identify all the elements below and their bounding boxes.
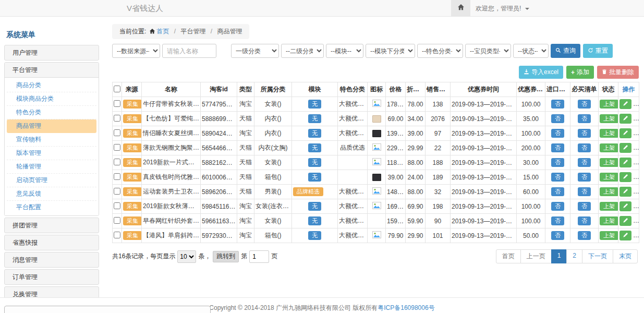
row-checkbox[interactable]: [114, 115, 120, 122]
module-badge[interactable]: 无: [308, 143, 321, 152]
page-size-select[interactable]: 10: [177, 250, 196, 263]
sidebar-sub-item[interactable]: 商品分类: [7, 79, 96, 92]
must-buy-toggle[interactable]: 否: [578, 100, 591, 109]
page-button[interactable]: 2: [566, 249, 582, 263]
edit-button[interactable]: [619, 99, 631, 109]
module-badge[interactable]: 无: [308, 202, 321, 211]
item-type-select[interactable]: --宝贝类型--: [465, 44, 511, 58]
status-select[interactable]: --状态--: [513, 44, 549, 58]
sidebar-item-user-management[interactable]: 用户管理: [4, 45, 99, 61]
status-badge[interactable]: 上架: [600, 114, 618, 123]
status-badge[interactable]: 上架: [600, 187, 618, 196]
edit-button[interactable]: [619, 231, 631, 240]
row-checkbox[interactable]: [114, 202, 120, 209]
search-button[interactable]: 查询: [551, 44, 580, 58]
module-badge[interactable]: 无: [308, 173, 321, 182]
row-checkbox[interactable]: [114, 144, 120, 151]
import-select-toggle[interactable]: 否: [551, 173, 564, 182]
reset-button[interactable]: 重置: [583, 44, 613, 58]
sidebar-sub-item[interactable]: 平台配置: [7, 201, 96, 214]
module-badge[interactable]: 无: [308, 114, 321, 123]
must-buy-toggle[interactable]: 否: [578, 114, 591, 123]
row-checkbox[interactable]: [114, 173, 120, 180]
import-select-toggle[interactable]: 否: [551, 114, 564, 123]
page-button[interactable]: 下一页: [582, 249, 613, 263]
jump-button[interactable]: 跳转到: [213, 251, 239, 262]
status-badge[interactable]: 上架: [600, 100, 618, 109]
sidebar-sub-item[interactable]: 启动页管理: [7, 174, 96, 187]
import-select-toggle[interactable]: 否: [551, 187, 564, 196]
level1-category-select[interactable]: 一级分类: [231, 44, 279, 58]
sidebar-sub-item[interactable]: 商品管理: [7, 119, 96, 133]
import-select-toggle[interactable]: 否: [551, 100, 564, 109]
sidebar-sub-item[interactable]: 特色分类: [7, 106, 96, 119]
must-buy-toggle[interactable]: 否: [578, 158, 591, 167]
page-button[interactable]: 首页: [496, 249, 521, 263]
edit-button[interactable]: [619, 172, 631, 182]
module-subcategory-select[interactable]: --模块下分类--: [366, 44, 415, 58]
must-buy-toggle[interactable]: 否: [578, 143, 591, 152]
sidebar-sub-item[interactable]: 模块商品分类: [7, 92, 96, 106]
sidebar-item[interactable]: 省惠快报: [4, 235, 99, 250]
sidebar-item[interactable]: 拼团管理: [4, 218, 99, 233]
module-badge[interactable]: 无: [308, 158, 321, 167]
user-menu[interactable]: 欢迎您，管理员!: [476, 0, 529, 17]
sidebar-sub-item[interactable]: 轮播管理: [7, 160, 96, 174]
sidebar-sub-item[interactable]: 意见反馈: [7, 187, 96, 201]
edit-button[interactable]: [619, 114, 631, 124]
icp-link[interactable]: 粤ICP备16098006号: [378, 304, 434, 311]
data-source-select[interactable]: --数据来源--: [112, 44, 160, 58]
sidebar-sub-item[interactable]: 宣传物料: [7, 133, 96, 147]
edit-button[interactable]: [619, 158, 631, 167]
sidebar-item[interactable]: 消息管理: [4, 252, 99, 268]
page-button[interactable]: 上一页: [520, 249, 552, 263]
row-checkbox[interactable]: [114, 217, 120, 224]
status-badge[interactable]: 上架: [600, 129, 618, 138]
import-excel-button[interactable]: 导入excel: [519, 66, 563, 79]
edit-button[interactable]: [619, 201, 631, 211]
import-select-toggle[interactable]: 否: [551, 216, 564, 225]
page-button[interactable]: 1: [551, 249, 567, 263]
import-select-toggle[interactable]: 否: [551, 231, 564, 240]
must-buy-toggle[interactable]: 否: [578, 231, 591, 240]
name-search-input[interactable]: [162, 44, 216, 58]
edit-button[interactable]: [619, 128, 631, 138]
row-checkbox[interactable]: [114, 100, 120, 107]
sidebar-item[interactable]: 订单管理: [4, 269, 99, 285]
edit-button[interactable]: [619, 216, 631, 226]
must-buy-toggle[interactable]: 否: [578, 173, 591, 182]
status-badge[interactable]: 上架: [600, 231, 618, 240]
batch-delete-button[interactable]: 批量删除: [597, 66, 639, 79]
add-button[interactable]: + 添加: [566, 66, 594, 79]
import-select-toggle[interactable]: 否: [551, 129, 564, 138]
module-badge[interactable]: 无: [308, 129, 321, 138]
must-buy-toggle[interactable]: 否: [578, 129, 591, 138]
jump-page-input[interactable]: [249, 250, 269, 263]
module-badge[interactable]: 无: [308, 231, 321, 240]
import-select-toggle[interactable]: 否: [551, 143, 564, 152]
breadcrumb-home-link[interactable]: 首页: [156, 28, 169, 35]
page-button[interactable]: 末页: [613, 249, 638, 263]
sidebar-item-platform-management[interactable]: 平台管理: [5, 63, 99, 78]
must-buy-toggle[interactable]: 否: [578, 202, 591, 211]
row-checkbox[interactable]: [114, 232, 120, 238]
import-select-toggle[interactable]: 否: [551, 158, 564, 167]
edit-button[interactable]: [619, 143, 631, 153]
home-nav-button[interactable]: [451, 0, 470, 16]
status-badge[interactable]: 上架: [600, 173, 618, 182]
status-badge[interactable]: 上架: [600, 216, 618, 225]
edit-button[interactable]: [619, 187, 631, 197]
row-checkbox[interactable]: [114, 129, 120, 136]
row-checkbox[interactable]: [114, 188, 120, 195]
status-badge[interactable]: 上架: [600, 202, 618, 211]
select-all-checkbox[interactable]: [114, 86, 120, 92]
feature-category-select[interactable]: --特色分类--: [417, 44, 463, 58]
level2-category-select[interactable]: --二级分类--: [281, 44, 324, 58]
module-badge[interactable]: 无: [308, 216, 321, 225]
status-badge[interactable]: 上架: [600, 158, 618, 167]
status-badge[interactable]: 上架: [600, 143, 618, 152]
import-select-toggle[interactable]: 否: [551, 202, 564, 211]
module-select[interactable]: --模块--: [326, 44, 363, 58]
module-badge[interactable]: 品牌精选: [293, 187, 323, 196]
row-checkbox[interactable]: [114, 159, 120, 165]
